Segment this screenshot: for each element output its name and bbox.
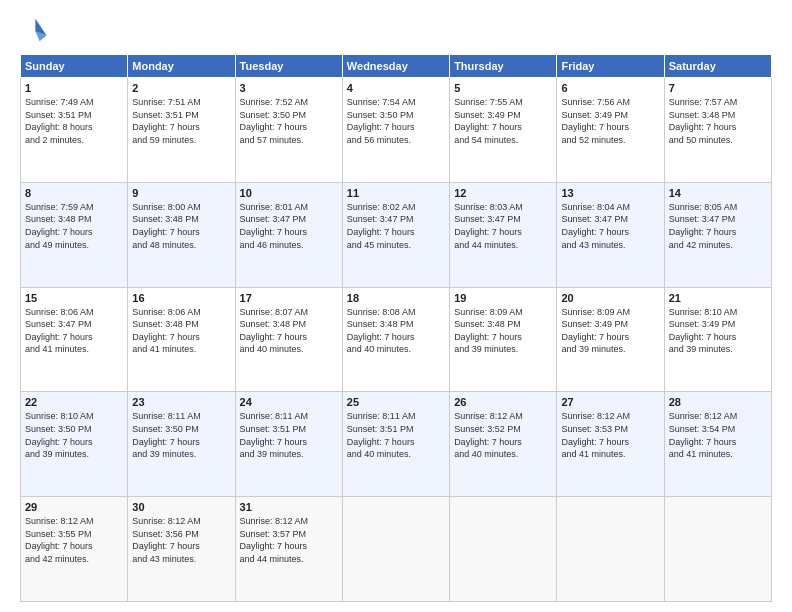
calendar-body: 1Sunrise: 7:49 AMSunset: 3:51 PMDaylight… <box>21 78 772 602</box>
day-info: Sunrise: 8:10 AMSunset: 3:49 PMDaylight:… <box>669 306 767 356</box>
weekday-row: SundayMondayTuesdayWednesdayThursdayFrid… <box>21 55 772 78</box>
day-number: 7 <box>669 82 767 94</box>
day-number: 24 <box>240 396 338 408</box>
calendar-day: 2Sunrise: 7:51 AMSunset: 3:51 PMDaylight… <box>128 78 235 183</box>
day-number: 20 <box>561 292 659 304</box>
day-info: Sunrise: 8:12 AMSunset: 3:53 PMDaylight:… <box>561 410 659 460</box>
header <box>20 16 772 44</box>
calendar-week: 29Sunrise: 8:12 AMSunset: 3:55 PMDayligh… <box>21 497 772 602</box>
day-info: Sunrise: 7:59 AMSunset: 3:48 PMDaylight:… <box>25 201 123 251</box>
day-info: Sunrise: 7:51 AMSunset: 3:51 PMDaylight:… <box>132 96 230 146</box>
calendar-day: 16Sunrise: 8:06 AMSunset: 3:48 PMDayligh… <box>128 287 235 392</box>
day-number: 10 <box>240 187 338 199</box>
calendar-day: 13Sunrise: 8:04 AMSunset: 3:47 PMDayligh… <box>557 182 664 287</box>
weekday-header: Friday <box>557 55 664 78</box>
day-info: Sunrise: 7:56 AMSunset: 3:49 PMDaylight:… <box>561 96 659 146</box>
day-info: Sunrise: 8:01 AMSunset: 3:47 PMDaylight:… <box>240 201 338 251</box>
day-info: Sunrise: 8:05 AMSunset: 3:47 PMDaylight:… <box>669 201 767 251</box>
calendar-day: 10Sunrise: 8:01 AMSunset: 3:47 PMDayligh… <box>235 182 342 287</box>
day-number: 29 <box>25 501 123 513</box>
calendar-day: 3Sunrise: 7:52 AMSunset: 3:50 PMDaylight… <box>235 78 342 183</box>
day-info: Sunrise: 8:12 AMSunset: 3:54 PMDaylight:… <box>669 410 767 460</box>
calendar-empty <box>557 497 664 602</box>
day-info: Sunrise: 8:06 AMSunset: 3:47 PMDaylight:… <box>25 306 123 356</box>
calendar-day: 18Sunrise: 8:08 AMSunset: 3:48 PMDayligh… <box>342 287 449 392</box>
calendar-day: 15Sunrise: 8:06 AMSunset: 3:47 PMDayligh… <box>21 287 128 392</box>
calendar-day: 4Sunrise: 7:54 AMSunset: 3:50 PMDaylight… <box>342 78 449 183</box>
day-info: Sunrise: 8:12 AMSunset: 3:57 PMDaylight:… <box>240 515 338 565</box>
day-number: 12 <box>454 187 552 199</box>
day-info: Sunrise: 8:06 AMSunset: 3:48 PMDaylight:… <box>132 306 230 356</box>
calendar-day: 22Sunrise: 8:10 AMSunset: 3:50 PMDayligh… <box>21 392 128 497</box>
day-info: Sunrise: 8:07 AMSunset: 3:48 PMDaylight:… <box>240 306 338 356</box>
day-number: 16 <box>132 292 230 304</box>
calendar-week: 8Sunrise: 7:59 AMSunset: 3:48 PMDaylight… <box>21 182 772 287</box>
day-number: 30 <box>132 501 230 513</box>
day-number: 18 <box>347 292 445 304</box>
day-number: 8 <box>25 187 123 199</box>
calendar-day: 6Sunrise: 7:56 AMSunset: 3:49 PMDaylight… <box>557 78 664 183</box>
calendar-empty <box>342 497 449 602</box>
calendar-day: 9Sunrise: 8:00 AMSunset: 3:48 PMDaylight… <box>128 182 235 287</box>
calendar-day: 7Sunrise: 7:57 AMSunset: 3:48 PMDaylight… <box>664 78 771 183</box>
day-info: Sunrise: 8:09 AMSunset: 3:48 PMDaylight:… <box>454 306 552 356</box>
day-info: Sunrise: 8:09 AMSunset: 3:49 PMDaylight:… <box>561 306 659 356</box>
calendar-day: 23Sunrise: 8:11 AMSunset: 3:50 PMDayligh… <box>128 392 235 497</box>
calendar-day: 31Sunrise: 8:12 AMSunset: 3:57 PMDayligh… <box>235 497 342 602</box>
day-number: 22 <box>25 396 123 408</box>
calendar-day: 21Sunrise: 8:10 AMSunset: 3:49 PMDayligh… <box>664 287 771 392</box>
day-info: Sunrise: 8:04 AMSunset: 3:47 PMDaylight:… <box>561 201 659 251</box>
calendar-day: 30Sunrise: 8:12 AMSunset: 3:56 PMDayligh… <box>128 497 235 602</box>
weekday-header: Thursday <box>450 55 557 78</box>
day-number: 25 <box>347 396 445 408</box>
day-info: Sunrise: 7:55 AMSunset: 3:49 PMDaylight:… <box>454 96 552 146</box>
weekday-header: Sunday <box>21 55 128 78</box>
calendar-empty <box>450 497 557 602</box>
day-number: 14 <box>669 187 767 199</box>
weekday-header: Monday <box>128 55 235 78</box>
day-info: Sunrise: 7:57 AMSunset: 3:48 PMDaylight:… <box>669 96 767 146</box>
day-number: 31 <box>240 501 338 513</box>
calendar-day: 27Sunrise: 8:12 AMSunset: 3:53 PMDayligh… <box>557 392 664 497</box>
day-number: 1 <box>25 82 123 94</box>
day-info: Sunrise: 8:08 AMSunset: 3:48 PMDaylight:… <box>347 306 445 356</box>
day-info: Sunrise: 8:11 AMSunset: 3:50 PMDaylight:… <box>132 410 230 460</box>
day-info: Sunrise: 7:52 AMSunset: 3:50 PMDaylight:… <box>240 96 338 146</box>
day-info: Sunrise: 8:12 AMSunset: 3:55 PMDaylight:… <box>25 515 123 565</box>
weekday-header: Saturday <box>664 55 771 78</box>
day-number: 11 <box>347 187 445 199</box>
day-info: Sunrise: 8:00 AMSunset: 3:48 PMDaylight:… <box>132 201 230 251</box>
day-info: Sunrise: 8:03 AMSunset: 3:47 PMDaylight:… <box>454 201 552 251</box>
calendar-day: 5Sunrise: 7:55 AMSunset: 3:49 PMDaylight… <box>450 78 557 183</box>
day-info: Sunrise: 8:12 AMSunset: 3:56 PMDaylight:… <box>132 515 230 565</box>
calendar-day: 24Sunrise: 8:11 AMSunset: 3:51 PMDayligh… <box>235 392 342 497</box>
day-number: 9 <box>132 187 230 199</box>
weekday-header: Tuesday <box>235 55 342 78</box>
day-info: Sunrise: 8:12 AMSunset: 3:52 PMDaylight:… <box>454 410 552 460</box>
calendar-day: 20Sunrise: 8:09 AMSunset: 3:49 PMDayligh… <box>557 287 664 392</box>
calendar-week: 15Sunrise: 8:06 AMSunset: 3:47 PMDayligh… <box>21 287 772 392</box>
calendar-empty <box>664 497 771 602</box>
day-info: Sunrise: 8:11 AMSunset: 3:51 PMDaylight:… <box>347 410 445 460</box>
calendar-day: 19Sunrise: 8:09 AMSunset: 3:48 PMDayligh… <box>450 287 557 392</box>
day-number: 3 <box>240 82 338 94</box>
logo <box>20 16 52 44</box>
day-info: Sunrise: 7:49 AMSunset: 3:51 PMDaylight:… <box>25 96 123 146</box>
day-number: 6 <box>561 82 659 94</box>
calendar: SundayMondayTuesdayWednesdayThursdayFrid… <box>20 54 772 602</box>
calendar-day: 12Sunrise: 8:03 AMSunset: 3:47 PMDayligh… <box>450 182 557 287</box>
calendar-day: 8Sunrise: 7:59 AMSunset: 3:48 PMDaylight… <box>21 182 128 287</box>
day-number: 2 <box>132 82 230 94</box>
calendar-day: 17Sunrise: 8:07 AMSunset: 3:48 PMDayligh… <box>235 287 342 392</box>
page: SundayMondayTuesdayWednesdayThursdayFrid… <box>0 0 792 612</box>
calendar-day: 1Sunrise: 7:49 AMSunset: 3:51 PMDaylight… <box>21 78 128 183</box>
day-number: 13 <box>561 187 659 199</box>
calendar-week: 1Sunrise: 7:49 AMSunset: 3:51 PMDaylight… <box>21 78 772 183</box>
day-number: 21 <box>669 292 767 304</box>
day-info: Sunrise: 8:10 AMSunset: 3:50 PMDaylight:… <box>25 410 123 460</box>
calendar-week: 22Sunrise: 8:10 AMSunset: 3:50 PMDayligh… <box>21 392 772 497</box>
day-number: 4 <box>347 82 445 94</box>
calendar-day: 28Sunrise: 8:12 AMSunset: 3:54 PMDayligh… <box>664 392 771 497</box>
calendar-day: 26Sunrise: 8:12 AMSunset: 3:52 PMDayligh… <box>450 392 557 497</box>
weekday-header: Wednesday <box>342 55 449 78</box>
